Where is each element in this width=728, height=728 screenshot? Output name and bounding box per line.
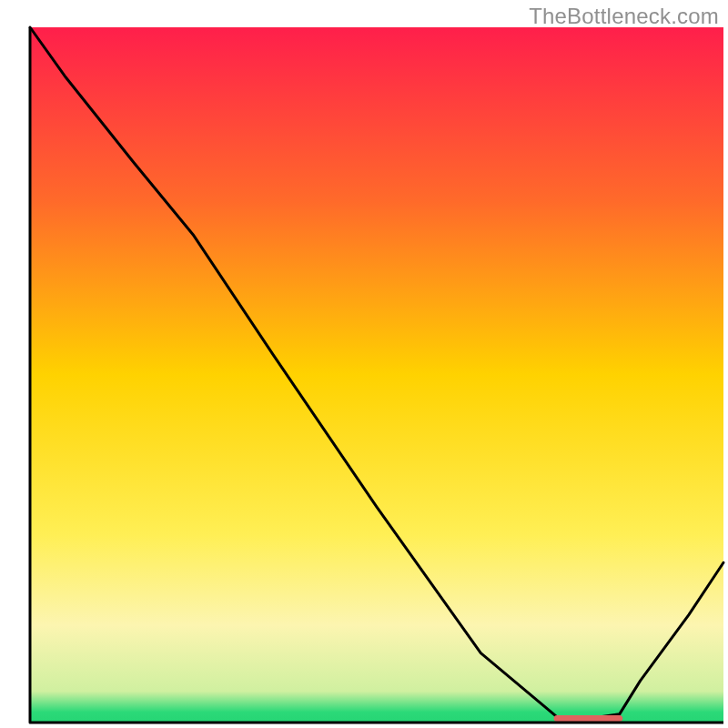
bottleneck-chart-canvas [0, 0, 728, 728]
chart-container: TheBottleneck.com [0, 0, 728, 728]
